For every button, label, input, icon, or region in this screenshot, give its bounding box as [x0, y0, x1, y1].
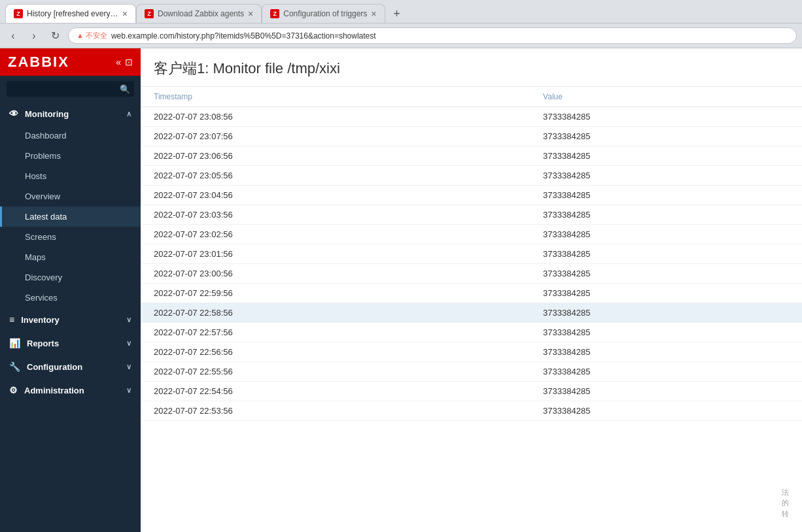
table-row: 2022-07-07 23:06:56 3733384285 — [141, 146, 802, 166]
tab-label: Download Zabbix agents — [158, 9, 244, 18]
value-cell: 3733384285 — [530, 382, 802, 401]
table-row: 2022-07-07 22:59:56 3733384285 — [141, 284, 802, 303]
nav-group-administration: ⚙ Administration ∨ — [0, 378, 141, 402]
nav-group-header-administration[interactable]: ⚙ Administration ∨ — [0, 378, 141, 402]
sidebar-item-maps[interactable]: Maps — [0, 247, 141, 267]
new-tab-button[interactable]: + — [388, 5, 406, 23]
sidebar-search: 🔍 — [0, 76, 141, 102]
nav-group-header-configuration[interactable]: 🔧 Configuration ∨ — [0, 355, 141, 378]
table-row: 2022-07-07 23:00:56 3733384285 — [141, 264, 802, 284]
table-row: 2022-07-07 22:58:56 3733384285 — [141, 303, 802, 323]
timestamp-cell: 2022-07-07 23:01:56 — [141, 244, 530, 264]
table-row: 2022-07-07 22:53:56 3733384285 — [141, 401, 802, 421]
address-bar: ‹ › ↻ ▲ 不安全 web.example.com/history.php?… — [0, 24, 802, 48]
value-cell: 3733384285 — [530, 186, 802, 205]
nav-group-label-monitoring: Monitoring — [25, 109, 126, 119]
sidebar: ZABBIX « ⊡ 🔍 👁 Monitoring ∧ DashboardPro… — [0, 48, 141, 532]
nav-group-configuration: 🔧 Configuration ∨ — [0, 355, 141, 378]
main-content: 客户端1: Monitor file /tmp/xixi Timestamp V… — [141, 48, 802, 532]
value-cell: 3733384285 — [530, 205, 802, 225]
timestamp-cell: 2022-07-07 22:57:56 — [141, 323, 530, 342]
reload-button[interactable]: ↻ — [47, 28, 63, 44]
url-bar[interactable]: ▲ 不安全 web.example.com/history.php?itemid… — [68, 27, 797, 44]
value-cell: 3733384285 — [530, 225, 802, 244]
timestamp-cell: 2022-07-07 23:05:56 — [141, 166, 530, 186]
nav-group-arrow-reports: ∨ — [126, 339, 131, 348]
search-input[interactable] — [7, 81, 134, 97]
nav-group-header-inventory[interactable]: ≡ Inventory ∨ — [0, 308, 141, 331]
nav-group-icon-configuration: 🔧 — [9, 361, 20, 372]
logo-text: ZABBIX — [8, 54, 69, 71]
timestamp-cell: 2022-07-07 22:58:56 — [141, 303, 530, 323]
browser-chrome: Z History [refreshed every 30 se... × Z … — [0, 0, 802, 48]
tab-close-button[interactable]: × — [122, 8, 128, 19]
timestamp-cell: 2022-07-07 22:56:56 — [141, 342, 530, 362]
nav-group-label-administration: Administration — [24, 386, 126, 395]
value-cell: 3733384285 — [530, 323, 802, 342]
value-cell: 3733384285 — [530, 264, 802, 284]
tab-close-button[interactable]: × — [371, 8, 376, 19]
nav-group-arrow-administration: ∨ — [126, 386, 131, 395]
value-cell: 3733384285 — [530, 127, 802, 146]
browser-tab-tab2[interactable]: Z Download Zabbix agents × — [136, 4, 262, 23]
table-row: 2022-07-07 23:05:56 3733384285 — [141, 166, 802, 186]
table-row: 2022-07-07 22:57:56 3733384285 — [141, 323, 802, 342]
nav-group-header-reports[interactable]: 📊 Reports ∨ — [0, 331, 141, 355]
tab-label: History [refreshed every 30 se... — [27, 9, 118, 18]
browser-tab-tab3[interactable]: Z Configuration of triggers × — [262, 4, 385, 23]
table-row: 2022-07-07 23:07:56 3733384285 — [141, 127, 802, 146]
table-row: 2022-07-07 22:55:56 3733384285 — [141, 362, 802, 382]
timestamp-cell: 2022-07-07 23:02:56 — [141, 225, 530, 244]
forward-button[interactable]: › — [26, 28, 42, 44]
nav-group-icon-monitoring: 👁 — [9, 108, 18, 119]
url-warning-icon: ▲ 不安全 — [77, 31, 107, 41]
value-cell: 3733384285 — [530, 146, 802, 166]
value-cell: 3733384285 — [530, 244, 802, 264]
tabs-row: Z History [refreshed every 30 se... × Z … — [5, 4, 797, 23]
timestamp-cell: 2022-07-07 23:06:56 — [141, 146, 530, 166]
value-cell: 3733384285 — [530, 107, 802, 127]
column-header-timestamp: Timestamp — [141, 87, 530, 107]
table-body: 2022-07-07 23:08:56 3733384285 2022-07-0… — [141, 107, 802, 421]
timestamp-cell: 2022-07-07 23:07:56 — [141, 127, 530, 146]
sidebar-item-dashboard[interactable]: Dashboard — [0, 125, 141, 146]
nav-group-icon-reports: 📊 — [9, 338, 20, 348]
nav-group-arrow-configuration: ∨ — [126, 363, 131, 371]
value-cell: 3733384285 — [530, 342, 802, 362]
nav-group-label-inventory: Inventory — [21, 315, 126, 325]
collapse-icon[interactable]: « — [116, 57, 121, 67]
timestamp-cell: 2022-07-07 22:54:56 — [141, 382, 530, 401]
watermark: 法 的 转 — [782, 487, 789, 520]
table-row: 2022-07-07 23:01:56 3733384285 — [141, 244, 802, 264]
nav-group-label-reports: Reports — [27, 339, 126, 348]
nav-group-arrow-monitoring: ∧ — [126, 110, 131, 118]
expand-icon[interactable]: ⊡ — [125, 57, 133, 67]
tab-close-button[interactable]: × — [248, 8, 253, 19]
browser-tab-tab1[interactable]: Z History [refreshed every 30 se... × — [5, 4, 136, 23]
back-button[interactable]: ‹ — [5, 28, 21, 44]
timestamp-cell: 2022-07-07 23:03:56 — [141, 205, 530, 225]
nav-group-arrow-inventory: ∨ — [126, 316, 131, 324]
sidebar-item-discovery[interactable]: Discovery — [0, 267, 141, 288]
sidebar-item-latest-data[interactable]: Latest data — [0, 207, 141, 227]
value-cell: 3733384285 — [530, 303, 802, 323]
timestamp-cell: 2022-07-07 23:00:56 — [141, 264, 530, 284]
nav-group-inventory: ≡ Inventory ∨ — [0, 308, 141, 331]
timestamp-cell: 2022-07-07 22:53:56 — [141, 401, 530, 421]
nav-section: 👁 Monitoring ∧ DashboardProblemsHostsOve… — [0, 102, 141, 402]
timestamp-cell: 2022-07-07 23:04:56 — [141, 186, 530, 205]
nav-group-icon-inventory: ≡ — [9, 314, 14, 325]
sidebar-item-screens[interactable]: Screens — [0, 227, 141, 247]
value-cell: 3733384285 — [530, 166, 802, 186]
value-cell: 3733384285 — [530, 401, 802, 421]
sidebar-item-services[interactable]: Services — [0, 288, 141, 308]
table-row: 2022-07-07 22:54:56 3733384285 — [141, 382, 802, 401]
nav-group-header-monitoring[interactable]: 👁 Monitoring ∧ — [0, 102, 141, 125]
sidebar-item-hosts[interactable]: Hosts — [0, 166, 141, 186]
value-cell: 3733384285 — [530, 362, 802, 382]
timestamp-cell: 2022-07-07 22:59:56 — [141, 284, 530, 303]
search-icon: 🔍 — [120, 84, 130, 94]
sidebar-item-overview[interactable]: Overview — [0, 186, 141, 207]
sidebar-item-problems[interactable]: Problems — [0, 146, 141, 166]
history-table: Timestamp Value 2022-07-07 23:08:56 3733… — [141, 87, 802, 421]
